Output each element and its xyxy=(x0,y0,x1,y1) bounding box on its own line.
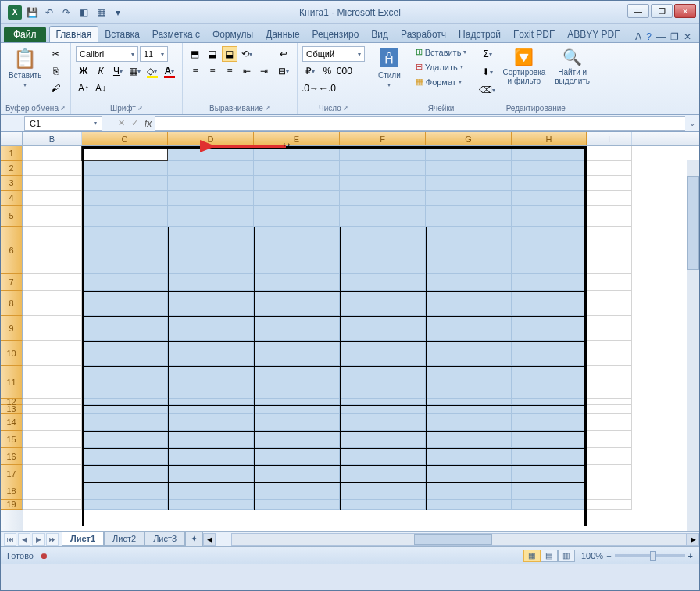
cell[interactable] xyxy=(426,500,512,510)
cell[interactable] xyxy=(254,316,340,341)
save-icon[interactable]: 💾 xyxy=(24,5,40,20)
cell[interactable] xyxy=(587,274,632,291)
cell[interactable] xyxy=(587,399,632,405)
autosum-icon[interactable]: Σ▾ xyxy=(478,46,496,62)
cell[interactable] xyxy=(426,431,512,448)
cell[interactable] xyxy=(587,465,632,482)
cell[interactable] xyxy=(82,465,168,482)
insert-cells-button[interactable]: ⊞Вставить▾ xyxy=(414,46,469,58)
row-header-18[interactable]: 18 xyxy=(1,482,23,500)
cell[interactable] xyxy=(587,482,632,500)
macro-record-icon[interactable]: ⏺ xyxy=(40,551,48,561)
cell[interactable] xyxy=(340,206,426,227)
cell[interactable] xyxy=(426,227,512,274)
bold-button[interactable]: Ж xyxy=(76,63,91,79)
cells-area[interactable] xyxy=(23,146,699,531)
cell[interactable] xyxy=(168,227,254,274)
hscroll-right-icon[interactable]: ▶ xyxy=(687,533,699,546)
cell[interactable] xyxy=(82,405,168,414)
tab-formulas[interactable]: Формулы xyxy=(206,27,259,42)
dialog-launcher-icon[interactable]: ⤢ xyxy=(138,105,143,112)
cell[interactable] xyxy=(168,274,254,291)
cell[interactable] xyxy=(426,161,512,176)
tab-home[interactable]: Главная xyxy=(49,26,99,42)
cell[interactable] xyxy=(512,366,587,399)
cell[interactable] xyxy=(340,366,426,399)
cell[interactable] xyxy=(23,291,82,316)
column-header-E[interactable]: E xyxy=(254,132,340,145)
cell[interactable] xyxy=(254,414,340,431)
cell[interactable] xyxy=(168,291,254,316)
cell[interactable] xyxy=(587,291,632,316)
doc-restore-icon[interactable]: ❐ xyxy=(670,31,679,42)
row-header-17[interactable]: 17 xyxy=(1,465,23,482)
cell[interactable] xyxy=(82,227,168,274)
cell[interactable] xyxy=(23,227,82,274)
cell[interactable] xyxy=(587,227,632,274)
font-size-combo[interactable]: 11▾ xyxy=(140,46,168,62)
cell[interactable] xyxy=(168,431,254,448)
percent-icon[interactable]: % xyxy=(320,63,335,79)
cell[interactable] xyxy=(82,431,168,448)
enter-formula-icon[interactable]: ✓ xyxy=(131,118,138,128)
maximize-button[interactable]: ❐ xyxy=(651,4,673,18)
orientation-icon[interactable]: ⟲▾ xyxy=(239,46,255,62)
cell[interactable] xyxy=(23,161,82,176)
cell[interactable] xyxy=(82,399,168,405)
cell[interactable] xyxy=(512,206,587,227)
align-center-icon[interactable]: ≡ xyxy=(205,63,220,79)
row-header-2[interactable]: 2 xyxy=(1,161,23,176)
cell[interactable] xyxy=(254,482,340,500)
tab-view[interactable]: Вид xyxy=(365,27,395,42)
font-color-button[interactable]: A▾ xyxy=(162,63,177,79)
cell[interactable] xyxy=(340,414,426,431)
view-pagelayout-icon[interactable]: ▤ xyxy=(541,550,558,562)
cell[interactable] xyxy=(512,399,587,405)
cell[interactable] xyxy=(426,191,512,206)
cell[interactable] xyxy=(168,414,254,431)
cell[interactable] xyxy=(587,176,632,191)
row-header-19[interactable]: 19 xyxy=(1,500,23,510)
expand-formula-bar-icon[interactable]: ⌄ xyxy=(685,119,699,127)
delete-cells-button[interactable]: ⊟Удалить▾ xyxy=(414,61,469,73)
tab-data[interactable]: Данные xyxy=(259,27,305,42)
row-header-11[interactable]: 11 xyxy=(1,366,23,399)
valign-mid-icon[interactable]: ⬓ xyxy=(205,46,220,62)
column-header-F[interactable]: F xyxy=(340,132,426,145)
cell[interactable] xyxy=(82,341,168,366)
formula-input[interactable] xyxy=(155,116,685,131)
cell[interactable] xyxy=(168,500,254,510)
shrink-font-icon[interactable]: A↓ xyxy=(93,81,109,96)
cell[interactable] xyxy=(168,465,254,482)
indent-dec-icon[interactable]: ⇤ xyxy=(239,63,255,79)
cell[interactable] xyxy=(254,431,340,448)
cell[interactable] xyxy=(512,176,587,191)
cancel-formula-icon[interactable]: ✕ xyxy=(118,118,125,128)
tab-pagelayout[interactable]: Разметка с xyxy=(146,27,206,42)
cell[interactable] xyxy=(168,206,254,227)
cell[interactable] xyxy=(340,316,426,341)
cell[interactable] xyxy=(512,227,587,274)
cell[interactable] xyxy=(587,500,632,510)
file-tab[interactable]: Файл xyxy=(4,27,46,42)
paste-button[interactable]: 📋 Вставить ▾ xyxy=(5,46,45,90)
find-select-button[interactable]: 🔍 Найти и выделить xyxy=(552,46,593,87)
view-pagebreak-icon[interactable]: ▥ xyxy=(558,550,575,562)
doc-minimize-icon[interactable]: — xyxy=(656,31,666,42)
cell[interactable] xyxy=(168,316,254,341)
tab-review[interactable]: Рецензиро xyxy=(306,27,366,42)
cell[interactable] xyxy=(168,191,254,206)
row-header-4[interactable]: 4 xyxy=(1,191,23,206)
name-box[interactable]: C1▾ xyxy=(24,116,102,131)
qat-item-2[interactable]: ▦ xyxy=(93,5,109,20)
row-header-6[interactable]: 6 xyxy=(1,227,23,274)
undo-icon[interactable]: ↶ xyxy=(41,5,57,20)
cell[interactable] xyxy=(82,161,168,176)
cell[interactable] xyxy=(254,206,340,227)
help-icon[interactable]: ? xyxy=(646,31,652,42)
cell[interactable] xyxy=(340,448,426,465)
cell[interactable] xyxy=(340,500,426,510)
cell[interactable] xyxy=(254,274,340,291)
cell[interactable] xyxy=(587,206,632,227)
cell[interactable] xyxy=(426,482,512,500)
